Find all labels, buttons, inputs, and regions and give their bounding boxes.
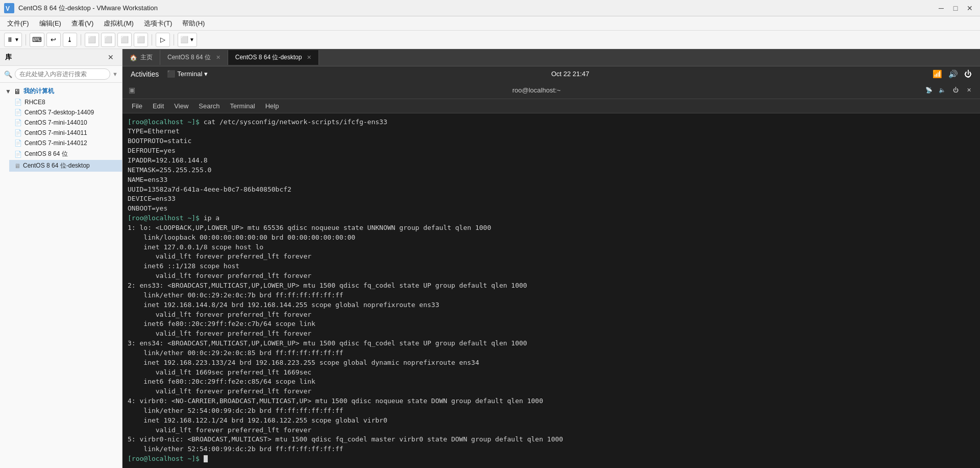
tree-label-0: RHCE8 <box>24 99 45 106</box>
console-button[interactable]: ▷ <box>156 33 170 47</box>
terminal-body[interactable]: [roo@localhost ~]$ cat /etc/sysconfig/ne… <box>122 113 980 468</box>
library-header: 库 ✕ <box>0 49 122 66</box>
tab-centos-desktop-close[interactable]: ✕ <box>307 54 311 61</box>
gnome-datetime[interactable]: Oct 22 21:47 <box>551 70 589 78</box>
terminal-label: Terminal <box>177 70 202 78</box>
tab-centos-desktop[interactable]: CentOS 8 64 位-desktop ✕ <box>228 50 320 65</box>
tree-item-0[interactable]: 📄 RHCE8 <box>9 97 122 107</box>
tree-item-6[interactable]: 🖥 CentOS 8 64 位-desktop <box>9 160 122 172</box>
view-split-button[interactable]: ⬜ <box>117 33 132 47</box>
revert-button[interactable]: ↩ <box>46 33 61 47</box>
terminal-app-button[interactable]: ⬛ Terminal ▾ <box>167 70 208 78</box>
menubar: 文件(F) 编辑(E) 查看(V) 虚拟机(M) 选项卡(T) 帮助(H) <box>0 16 980 31</box>
library-tree: ▼ 🖥 我的计算机 📄 RHCE8 📄 CentOS 7-desktop-144… <box>0 83 122 468</box>
window-controls: ─ □ ✕ <box>935 3 976 13</box>
vm-tabs: 🏠 主页 CentOS 8 64 位 ✕ CentOS 8 64 位-deskt… <box>122 49 980 66</box>
tree-label-5: CentOS 8 64 位 <box>24 150 68 158</box>
tree-label-6: CentOS 8 64 位-desktop <box>23 161 90 170</box>
toolbar-separator-4 <box>174 34 174 45</box>
tree-item-3[interactable]: 📄 CentOS 7-mini-144011 <box>9 128 122 138</box>
tree-item-5[interactable]: 📄 CentOS 8 64 位 <box>9 148 122 160</box>
terminal-network-icon[interactable]: 📡 <box>924 85 934 95</box>
window-title: CentOS 8 64 位-desktop - VMware Workstati… <box>18 4 935 13</box>
network-icon[interactable]: 📶 <box>933 69 942 79</box>
close-button[interactable]: ✕ <box>964 3 976 13</box>
search-icon: 🔍 <box>4 71 12 78</box>
tmenu-help[interactable]: Help <box>260 100 284 112</box>
power-icon[interactable]: ⏻ <box>964 69 972 78</box>
view-option-button[interactable]: ⬜ <box>134 33 148 47</box>
view-settings-button[interactable]: ⬜ ▼ <box>178 33 197 47</box>
svg-text:V: V <box>6 5 10 12</box>
tree-label-3: CentOS 7-mini-144011 <box>24 129 87 136</box>
terminal-output: [roo@localhost ~]$ cat /etc/sysconfig/ne… <box>128 118 975 464</box>
tab-centos1-close[interactable]: ✕ <box>216 54 220 61</box>
menu-file[interactable]: 文件(F) <box>2 17 34 30</box>
terminal-arrow: ▾ <box>204 70 208 78</box>
fullscreen-icon: ⬜ <box>88 36 96 43</box>
terminal-menu: File Edit View Search Terminal Help <box>122 99 980 113</box>
vm-icon-4: 📄 <box>14 139 22 147</box>
tab-home-label: 主页 <box>140 53 153 62</box>
search-input[interactable] <box>15 68 110 80</box>
option-icon: ⬜ <box>137 36 145 43</box>
titlebar: V CentOS 8 64 位-desktop - VMware Worksta… <box>0 0 980 16</box>
view-full-button[interactable]: ⬜ <box>85 33 99 47</box>
tmenu-view[interactable]: View <box>169 100 193 112</box>
tmenu-terminal[interactable]: Terminal <box>225 100 260 112</box>
tab-centos-1[interactable]: CentOS 8 64 位 ✕ <box>160 50 228 65</box>
terminal-power-btn[interactable]: ⏻ <box>950 85 961 95</box>
tmenu-edit[interactable]: Edit <box>148 100 169 112</box>
vm-icon-3: 📄 <box>14 129 22 136</box>
unity-icon: ⬜ <box>104 36 112 43</box>
suspend-button[interactable]: ⤓ <box>63 33 77 47</box>
computer-icon: 🖥 <box>14 87 21 96</box>
keyboard-icon: ⌨ <box>32 36 42 43</box>
tree-item-1[interactable]: 📄 CentOS 7-desktop-14409 <box>9 107 122 118</box>
gnome-topbar: Activities ⬛ Terminal ▾ Oct 22 21:47 📶 🔊… <box>122 66 980 82</box>
tab-centos1-label: CentOS 8 64 位 <box>167 53 211 62</box>
send-ctrlaltdel-button[interactable]: ⌨ <box>30 33 44 47</box>
menu-tabs[interactable]: 选项卡(T) <box>139 17 178 30</box>
activities-button[interactable]: Activities <box>131 70 159 78</box>
pause-icon: ⏸ <box>7 36 13 43</box>
minimize-button[interactable]: ─ <box>935 3 947 13</box>
toolbar-separator-3 <box>152 34 152 45</box>
menu-edit[interactable]: 编辑(E) <box>34 17 66 30</box>
right-panel: 🏠 主页 CentOS 8 64 位 ✕ CentOS 8 64 位-deskt… <box>122 49 980 468</box>
tab-home[interactable]: 🏠 主页 <box>122 50 160 65</box>
terminal-titlebar: ▣ roo@localhost:~ 📡 🔈 ⏻ ✕ <box>122 82 980 99</box>
vmware-logo: V <box>4 3 14 13</box>
library-search-bar: 🔍 ▼ <box>0 66 122 83</box>
menu-vm[interactable]: 虚拟机(M) <box>99 17 139 30</box>
terminal-titlebar-left: ▣ <box>129 85 149 95</box>
search-dropdown-icon[interactable]: ▼ <box>112 71 118 77</box>
revert-icon: ↩ <box>51 36 56 43</box>
view-unity-button[interactable]: ⬜ <box>101 33 115 47</box>
pause-button[interactable]: ⏸ ▼ <box>4 33 22 47</box>
terminal-sound-btn[interactable]: 🔈 <box>937 85 947 95</box>
tree-item-my-computer[interactable]: ▼ 🖥 我的计算机 <box>0 85 122 97</box>
sound-icon[interactable]: 🔊 <box>948 69 958 79</box>
tree-root-label: 我的计算机 <box>23 87 54 96</box>
settings-dropdown-icon: ▼ <box>189 37 194 42</box>
library-close-button[interactable]: ✕ <box>105 52 117 62</box>
terminal-close-btn[interactable]: ✕ <box>964 85 974 95</box>
menu-view[interactable]: 查看(V) <box>66 17 99 30</box>
menu-help[interactable]: 帮助(H) <box>177 17 210 30</box>
toolbar-separator-1 <box>26 34 26 45</box>
tab-centos-desktop-label: CentOS 8 64 位-desktop <box>235 53 302 62</box>
vm-icon-1: 📄 <box>14 109 22 116</box>
tree-label-2: CentOS 7-mini-144010 <box>24 119 87 126</box>
vm-icon-6: 🖥 <box>14 162 20 170</box>
main-content: 库 ✕ 🔍 ▼ ▼ 🖥 我的计算机 📄 RHCE8 📄 CentOS 7-de <box>0 49 980 468</box>
maximize-button[interactable]: □ <box>949 3 962 13</box>
tree-children: 📄 RHCE8 📄 CentOS 7-desktop-14409 📄 CentO… <box>0 97 122 172</box>
tmenu-search[interactable]: Search <box>193 100 225 112</box>
tree-item-2[interactable]: 📄 CentOS 7-mini-144010 <box>9 118 122 128</box>
tmenu-file[interactable]: File <box>127 100 148 112</box>
tree-label-4: CentOS 7-mini-144012 <box>24 139 87 147</box>
vm-icon-5: 📄 <box>14 151 22 158</box>
terminal-controls: 📡 🔈 ⏻ ✕ <box>924 85 974 95</box>
tree-item-4[interactable]: 📄 CentOS 7-mini-144012 <box>9 138 122 148</box>
